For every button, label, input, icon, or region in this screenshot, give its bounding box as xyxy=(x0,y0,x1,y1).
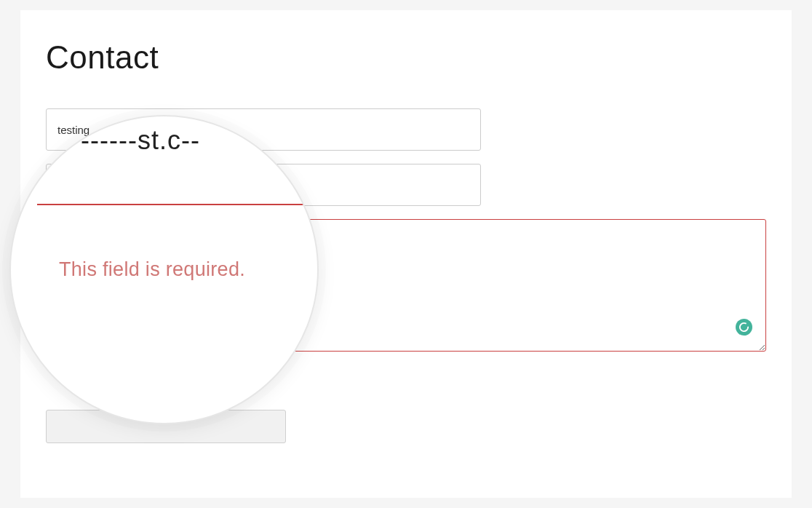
magnifier-lens: ‑‑‑‑‑‑st.c‑‑ This field is required. xyxy=(9,115,319,424)
validation-error-text: This field is required. xyxy=(59,258,245,281)
page-title: Contact xyxy=(46,39,766,76)
magnified-partial-text: ‑‑‑‑‑‑st.c‑‑ xyxy=(81,125,200,156)
magnified-textarea-border xyxy=(37,204,319,393)
magnifier-content: ‑‑‑‑‑‑st.c‑‑ This field is required. xyxy=(11,116,317,423)
